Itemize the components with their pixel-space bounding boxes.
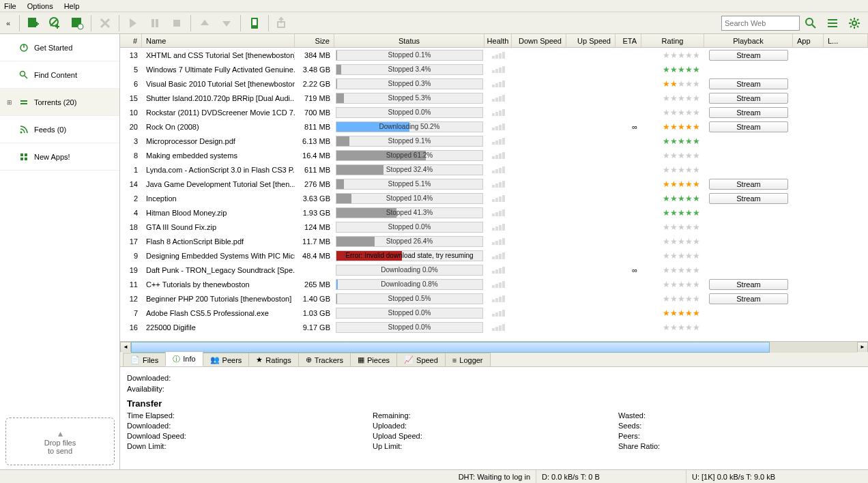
stream-button[interactable]: Stream <box>709 179 788 190</box>
tab-info[interactable]: ⓘInfo <box>165 351 203 366</box>
list-view-button[interactable] <box>822 14 843 33</box>
scroll-left-button[interactable]: ◄ <box>120 342 131 353</box>
cell-up-speed <box>566 119 616 134</box>
torrent-row[interactable]: 6 Visual Basic 2010 Tutorial Set [thenew… <box>120 76 868 91</box>
cell-down-speed <box>512 148 566 162</box>
torrent-row[interactable]: 12 Beginner PHP 200 Tutorials [thenewbos… <box>120 291 868 306</box>
star-icon: ★ <box>693 108 700 117</box>
torrent-row[interactable]: 1 Lynda.com - ActionScript 3.0 in Flash … <box>120 162 868 177</box>
info-downloaded2: Downloaded: <box>127 422 373 430</box>
sidebar-feeds[interactable]: Feeds (0) <box>0 116 119 143</box>
sidebar-get-started[interactable]: Get Started <box>0 34 119 61</box>
torrent-row[interactable]: 19 Daft Punk - TRON_Legacy Soundtrack [S… <box>120 263 868 277</box>
stream-button[interactable]: Stream <box>709 293 788 304</box>
torrent-list[interactable]: 13 XHTML and CSS Tutorial Set [thenewbos… <box>120 48 868 341</box>
tab-peers[interactable]: 👥Peers <box>203 353 250 366</box>
tab-label: Speed <box>416 356 438 364</box>
torrent-row[interactable]: 5 Windows 7 Ultimate Fully Activated Gen… <box>120 62 868 76</box>
torrent-row[interactable]: 11 C++ Tutorials by thenewboston 265 MB … <box>120 277 868 291</box>
col-size[interactable]: Size <box>295 34 334 47</box>
torrent-row[interactable]: 3 Microprocessor Design.pdf 6.13 MB Stop… <box>120 134 868 148</box>
health-bars <box>492 195 505 202</box>
search-input[interactable] <box>721 16 800 31</box>
stream-button[interactable]: Stream <box>709 193 788 204</box>
cell-eta <box>616 277 641 291</box>
col-playback[interactable]: Playback <box>704 34 793 47</box>
cell-app <box>793 105 824 119</box>
add-url-button[interactable] <box>45 14 66 33</box>
cell-size: 124 MB <box>295 220 334 234</box>
sidebar-collapse-button[interactable]: « <box>3 19 14 27</box>
star-icon: ★ <box>685 136 693 146</box>
stream-button[interactable]: Stream <box>709 78 788 89</box>
col-status[interactable]: Status <box>334 34 484 47</box>
col-down-speed[interactable]: Down Speed <box>512 34 566 47</box>
scroll-right-button[interactable]: ► <box>857 342 868 353</box>
tab-pieces[interactable]: ▦Pieces <box>350 353 397 366</box>
torrent-row[interactable]: 8 Making embedded systems 16.4 MB Stoppe… <box>120 148 868 162</box>
remote-button[interactable] <box>244 14 265 33</box>
tab-files[interactable]: 📄Files <box>123 353 166 366</box>
tab-speed[interactable]: 📈Speed <box>396 353 446 366</box>
col-health[interactable]: Health <box>484 34 512 47</box>
add-torrent-button[interactable] <box>23 14 44 33</box>
torrent-row[interactable]: 2 Inception 3.63 GB Stopped 10.4% ★★★★★ … <box>120 191 868 205</box>
torrent-row[interactable]: 4 Hitman Blood Money.zip 1.93 GB Stopped… <box>120 205 868 220</box>
col-name[interactable]: Name <box>142 34 295 47</box>
col-rating[interactable]: Rating <box>641 34 704 47</box>
torrent-row[interactable]: 20 Rock On (2008) 811 MB Downloading 50.… <box>120 119 868 134</box>
menu-options[interactable]: Options <box>27 2 53 10</box>
search-button[interactable] <box>800 14 821 33</box>
cell-size: 276 MB <box>295 177 334 191</box>
health-bars <box>492 209 505 216</box>
horizontal-scrollbar[interactable]: ◄ ► <box>120 341 868 352</box>
star-icon: ★ <box>663 179 670 189</box>
expand-icon[interactable]: ⊞ <box>7 99 14 106</box>
scroll-track[interactable] <box>131 342 857 353</box>
star-icon: ★ <box>693 280 700 289</box>
stream-button[interactable]: Stream <box>709 50 788 61</box>
sidebar-new-apps[interactable]: New Apps! <box>0 143 119 171</box>
cell-app <box>793 320 824 334</box>
torrent-row[interactable]: 9 Designing Embedded Systems With PIC Mi… <box>120 248 868 263</box>
tab-trackers[interactable]: ⊕Trackers <box>298 353 351 366</box>
tab-logger[interactable]: ≡Logger <box>445 353 491 366</box>
stream-button[interactable]: Stream <box>709 279 788 290</box>
col-last[interactable]: L... <box>824 34 868 47</box>
cell-app <box>793 291 824 306</box>
scroll-thumb[interactable] <box>131 342 770 353</box>
cell-health <box>484 291 512 306</box>
sidebar-torrents[interactable]: ⊞ Torrents (20) <box>0 89 119 116</box>
cell-down-speed <box>512 62 566 76</box>
torrent-row[interactable]: 15 Shutter Island.2010.720p BRRip [Dual … <box>120 91 868 105</box>
col-eta[interactable]: ETA <box>616 34 641 47</box>
star-icon: ★ <box>663 165 670 175</box>
col-app[interactable]: App <box>793 34 824 47</box>
cell-health <box>484 91 512 105</box>
torrent-row[interactable]: 7 Adobe Flash CS5.5 Professional.exe 1.0… <box>120 306 868 320</box>
create-torrent-button[interactable] <box>67 14 87 33</box>
torrent-row[interactable]: 13 XHTML and CSS Tutorial Set [thenewbos… <box>120 48 868 62</box>
col-up-speed[interactable]: Up Speed <box>566 34 616 47</box>
star-icon: ★ <box>693 265 700 275</box>
col-num[interactable]: # <box>120 34 142 47</box>
torrent-row[interactable]: 10 Rockstar (2011) DVDScreener Movie 1CD… <box>120 105 868 119</box>
cell-app <box>793 76 824 91</box>
menu-file[interactable]: File <box>4 2 16 10</box>
sidebar-find-content[interactable]: Find Content <box>0 61 119 89</box>
torrent-row[interactable]: 16 225000 Digifile 9.17 GB Stopped 0.0% … <box>120 320 868 334</box>
stream-button[interactable]: Stream <box>709 93 788 104</box>
cell-rating: ★★★★★ <box>641 62 704 76</box>
cell-health <box>484 320 512 334</box>
torrent-row[interactable]: 17 Flash 8 ActionScript Bible.pdf 11.7 M… <box>120 234 868 248</box>
stream-button[interactable]: Stream <box>709 121 788 132</box>
stream-button[interactable]: Stream <box>709 107 788 118</box>
torrent-row[interactable]: 18 GTA III Sound Fix.zip 124 MB Stopped … <box>120 220 868 234</box>
preferences-button[interactable] <box>844 14 865 33</box>
drop-zone[interactable]: ▴ Drop files to send <box>5 418 115 465</box>
tab-ratings[interactable]: ★Ratings <box>248 353 298 366</box>
menu-help[interactable]: Help <box>64 2 80 10</box>
torrent-row[interactable]: 14 Java Game Development Tutorial Set [t… <box>120 177 868 191</box>
cell-playback: Stream <box>704 91 793 105</box>
torrents-icon <box>19 98 29 107</box>
